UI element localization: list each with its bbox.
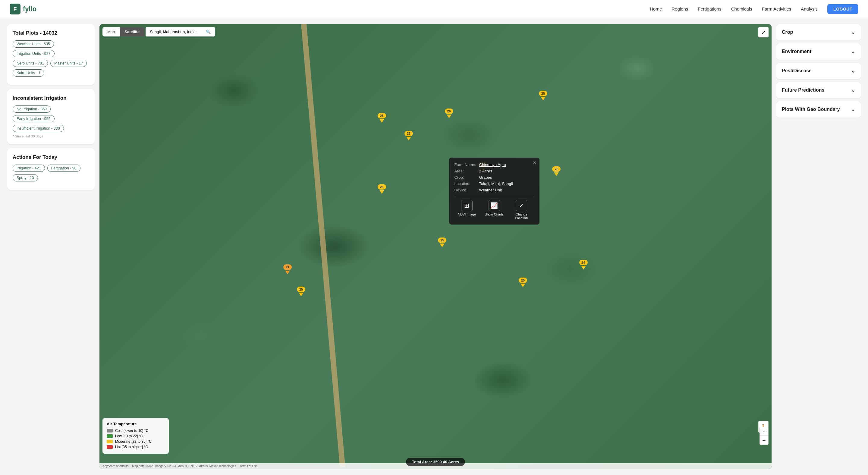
pin-value-1: 25 — [378, 113, 386, 119]
pin-arrow-4 — [541, 97, 546, 100]
accordion-pest-disease-chevron: ⌄ — [851, 67, 855, 74]
accordion-environment-chevron: ⌄ — [851, 48, 855, 55]
map-panel: Map Satellite 🔍 ⤢ 25 25 26 — [99, 24, 772, 469]
map-pin-3[interactable]: 26 — [445, 108, 453, 118]
accordion-plots-geo-boundary-label: Plots With Geo Boundary — [782, 107, 840, 112]
zoom-in-button[interactable]: + — [760, 427, 769, 436]
accordion-environment-header[interactable]: Environment ⌄ — [776, 43, 861, 60]
irrigation-action-badge[interactable]: Irrigation - 421 — [13, 164, 45, 172]
nav-farm-activities[interactable]: Farm Activities — [762, 6, 792, 11]
right-panel: Crop ⌄ Environment ⌄ Pest/Disease ⌄ Futu… — [776, 24, 861, 469]
accordion-pest-disease-header[interactable]: Pest/Disease ⌄ — [776, 63, 861, 79]
keyboard-shortcuts-link[interactable]: Keyboard shortcuts — [102, 465, 128, 468]
map-zoom-controls: + − — [760, 427, 769, 445]
popup-location-label: Location: — [455, 182, 476, 186]
actions-for-today-card: Actions For Today Irrigation - 421 Ferti… — [7, 148, 95, 190]
pin-arrow-2 — [406, 137, 411, 140]
accordion-environment-label: Environment — [782, 49, 811, 54]
accordion-crop-header[interactable]: Crop ⌄ — [776, 24, 861, 40]
map-pin-7[interactable]: 25 — [552, 166, 561, 176]
ndvi-icon: ⊞ — [461, 200, 472, 211]
map-pin-orange[interactable]: ⚙ — [283, 264, 292, 274]
logo-icon: F — [10, 4, 21, 14]
nav-fertigations[interactable]: Fertigations — [698, 6, 721, 11]
early-irrigation-badge[interactable]: Early Irrigation - 955 — [13, 115, 55, 122]
map-pin-2[interactable]: 25 — [404, 131, 413, 140]
accordion-environment: Environment ⌄ — [776, 43, 861, 60]
ndvi-image-button[interactable]: ⊞ NDVI Image — [455, 200, 479, 220]
nav-home[interactable]: Home — [650, 6, 662, 11]
popup-area-value: 2 Acres — [479, 169, 492, 173]
spray-action-badge[interactable]: Spray - 13 — [13, 174, 38, 182]
accordion-plots-geo-boundary-header[interactable]: Plots With Geo Boundary ⌄ — [776, 101, 861, 118]
logo[interactable]: F fyllo — [10, 4, 36, 14]
search-icon: 🔍 — [206, 30, 211, 34]
logout-button[interactable]: LOGOUT — [827, 4, 858, 14]
accordion-future-predictions-chevron: ⌄ — [851, 87, 855, 93]
terms-of-use-link[interactable]: Terms of Use — [240, 465, 257, 468]
pin-value-9: 25 — [519, 278, 527, 283]
map-pin-11[interactable]: 25 — [297, 287, 305, 296]
total-plots-title: Total Plots - 14032 — [13, 30, 89, 36]
kairo-units-badge[interactable]: Kairo Units - 1 — [13, 69, 44, 76]
pin-value-8: 25 — [438, 238, 446, 243]
legend-label-cold: Cold [lower to 10] °C — [115, 429, 148, 433]
popup-area-label: Area: — [455, 169, 476, 173]
nav-analysis[interactable]: Analysis — [801, 6, 818, 11]
actions-title: Actions For Today — [13, 154, 89, 160]
irrigation-badges: No Irrigation - 369 Early Irrigation - 9… — [13, 105, 89, 132]
map-tab-satellite[interactable]: Satellite — [120, 27, 144, 36]
map-search-box[interactable]: 🔍 — [146, 27, 215, 36]
map-pin-8[interactable]: 25 — [438, 238, 446, 247]
insufficient-irrigation-badge[interactable]: Insufficient Irrigation - 330 — [13, 125, 64, 132]
popup-farm-name-label: Farm Name: — [455, 162, 476, 167]
map-pin-4[interactable]: 25 — [539, 91, 547, 100]
pin-value-orange: ⚙ — [283, 264, 292, 270]
nav-chemicals[interactable]: Chemicals — [731, 6, 752, 11]
map-pin-10[interactable]: 24 — [579, 260, 588, 270]
charts-icon: 📈 — [489, 200, 500, 211]
accordion-plots-geo-boundary: Plots With Geo Boundary ⌄ — [776, 101, 861, 118]
map-search-input[interactable] — [150, 30, 204, 34]
map-popup: ✕ Farm Name: Chinmaya Agro Area: 2 Acres… — [449, 158, 539, 225]
action-badges: Irrigation - 421 Fertigation - 90 Spray … — [13, 164, 89, 182]
pin-arrow-10 — [581, 266, 586, 270]
map-pin-1[interactable]: 25 — [378, 113, 386, 123]
legend-color-cold — [107, 429, 113, 433]
map-expand-button[interactable]: ⤢ — [758, 27, 769, 37]
change-location-button[interactable]: ✓ Change Location — [509, 200, 534, 220]
no-irrigation-badge[interactable]: No Irrigation - 369 — [13, 105, 51, 113]
pin-arrow-5 — [379, 190, 384, 194]
map-pin-5[interactable]: 25 — [378, 184, 386, 194]
popup-crop-value: Grapes — [479, 175, 492, 180]
accordion-future-predictions-label: Future Predictions — [782, 87, 824, 93]
accordion-crop-label: Crop — [782, 30, 793, 35]
pin-value-10: 24 — [579, 260, 588, 265]
popup-location-value: Takali, Miraj, Sangli — [479, 182, 513, 186]
weather-units-badge[interactable]: Weather Units - 635 — [13, 40, 54, 48]
master-units-badge[interactable]: Master Units - 17 — [50, 60, 87, 67]
legend-moderate: Moderate [22 to 35] °C — [107, 439, 164, 444]
legend-label-moderate: Moderate [22 to 35] °C — [115, 439, 152, 444]
map-pin-9[interactable]: 25 — [519, 278, 527, 287]
pin-arrow-1 — [379, 119, 384, 123]
pin-value-3: 26 — [445, 108, 453, 114]
nav-regions[interactable]: Regions — [672, 6, 688, 11]
zoom-out-button[interactable]: − — [760, 436, 769, 445]
popup-close-button[interactable]: ✕ — [532, 160, 536, 166]
legend-label-hot: Hot [35 to higher] °C — [115, 445, 148, 449]
location-icon: ✓ — [516, 200, 527, 211]
nero-units-badge[interactable]: Nero Units - 701 — [13, 60, 48, 67]
accordion-crop-chevron: ⌄ — [851, 29, 855, 36]
popup-location-row: Location: Takali, Miraj, Sangli — [455, 182, 534, 186]
legend-title: Air Temperature — [107, 422, 164, 426]
pin-arrow-11 — [299, 293, 304, 296]
irrigation-units-badge[interactable]: Irrigation Units - 927 — [13, 50, 55, 57]
map-tab-map[interactable]: Map — [102, 27, 120, 36]
popup-device-value: Weather Unit — [479, 188, 502, 192]
fertigation-action-badge[interactable]: Fertigation - 90 — [47, 164, 81, 172]
map-background: 25 25 26 25 25 24 — [99, 24, 772, 469]
show-charts-button[interactable]: 📈 Show Charts — [482, 200, 507, 220]
popup-farm-name-value[interactable]: Chinmaya Agro — [479, 162, 506, 167]
accordion-future-predictions-header[interactable]: Future Predictions ⌄ — [776, 82, 861, 98]
